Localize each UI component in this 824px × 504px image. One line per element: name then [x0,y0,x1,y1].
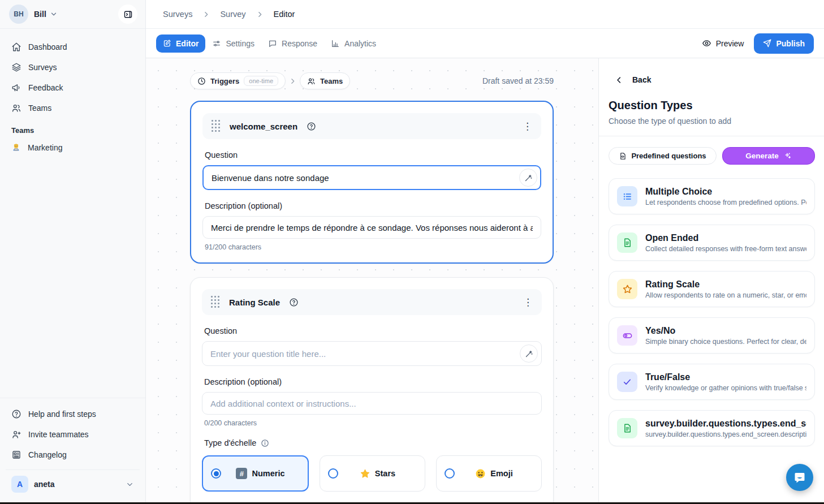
chevron-right-icon [256,11,264,18]
sidebar-item-label: Surveys [28,63,57,72]
chat-bubble-icon [793,471,806,484]
tab-analytics[interactable]: Analytics [324,35,383,53]
chat-launcher-button[interactable] [786,464,813,491]
type-description: Allow respondents to rate on a numeric, … [645,291,806,299]
tab-settings[interactable]: Settings [205,35,261,53]
sidebar-item-invite[interactable]: Invite teammates [6,424,140,445]
sidebar-item-teams[interactable]: Teams [6,98,140,118]
back-button[interactable]: Back [615,75,824,84]
chevron-left-icon [615,76,623,84]
publish-button[interactable]: Publish [754,33,814,54]
tab-label: Analytics [344,39,376,48]
workspace-switcher[interactable]: BH Bill [0,0,145,29]
breadcrumb-surveys[interactable]: Surveys [163,10,192,19]
card-header: Rating Scale ⋮ [202,289,542,315]
panel-collapse-icon[interactable] [118,5,137,24]
type-card-multiple-choice[interactable]: Multiple Choice Let respondents choose f… [609,178,815,214]
tab-editor[interactable]: Editor [156,35,205,53]
question-types-panel: Back Question Types Choose the type of q… [598,58,824,504]
description-input[interactable] [202,392,542,415]
option-label: Numeric [252,469,284,478]
tab-label: Editor [176,39,199,48]
breadcrumb-survey[interactable]: Survey [220,10,245,19]
question-input[interactable] [202,165,541,190]
account-switcher[interactable]: A aneta [6,469,140,498]
tab-response[interactable]: Response [261,35,324,53]
scale-option-numeric[interactable]: # Numeric [202,455,309,492]
file-text-icon [617,418,637,438]
predefined-label: Predefined questions [631,152,706,160]
sidebar-item-feedback[interactable]: Feedback [6,77,140,98]
card-title: welcome_screen [230,122,297,131]
predefined-questions-button[interactable]: Predefined questions [609,147,717,165]
kebab-menu-icon[interactable]: ⋮ [523,298,533,307]
sidebar-item-label: Invite teammates [28,430,89,439]
teams-label: Teams [320,77,343,85]
drag-handle-icon[interactable] [212,120,221,132]
description-input[interactable] [202,216,541,239]
panel-subtitle: Choose the type of question to add [609,117,824,126]
scale-option-emoji[interactable]: Emoji [436,455,542,492]
star-emoji-icon [360,468,370,479]
radio-checked-icon[interactable] [211,468,221,479]
breadcrumb-editor: Editor [274,10,295,19]
home-icon [11,42,21,52]
users-icon [11,103,21,113]
account-avatar: A [11,476,28,493]
sidebar-nav: Dashboard Surveys Feedback Teams [0,29,145,118]
info-icon[interactable] [261,439,269,447]
check-icon [617,372,637,392]
question-card-rating[interactable]: Rating Scale ⋮ Question Description (opt… [190,277,554,504]
sidebar-item-marketing[interactable]: Marketing [0,138,145,157]
sidebar-item-changelog[interactable]: Changelog [6,445,140,465]
tab-label: Settings [226,39,254,48]
magic-wand-icon[interactable] [520,344,538,363]
chevron-right-icon [289,77,296,85]
users-icon [307,77,316,85]
publish-label: Publish [776,39,805,48]
type-card-end-screen[interactable]: survey.builder.questions.types.end_scr..… [609,410,815,446]
generate-button[interactable]: Generate [722,147,815,165]
back-label: Back [632,75,651,84]
file-text-icon [617,232,637,253]
type-card-yes-no[interactable]: Yes/No Simple binary choice questions. P… [609,317,815,354]
teams-button[interactable]: Teams [300,72,350,89]
question-card-welcome[interactable]: welcome_screen ⋮ Question Description (o… [190,101,554,264]
char-count: 0/200 characters [204,419,540,427]
drag-handle-icon[interactable] [211,296,220,308]
sidebar-item-label: Teams [28,104,51,113]
sidebar: BH Bill Dashboard Surveys Feedback [0,0,146,504]
triggers-button[interactable]: Triggers one-time [190,72,286,89]
sidebar-item-help[interactable]: Help and first steps [6,404,140,424]
file-code-icon [619,152,627,160]
radio-icon[interactable] [328,468,338,479]
draft-status: Draft saved at 23:59 [482,76,554,85]
radio-icon[interactable] [445,468,455,479]
sidebar-item-label: Feedback [28,83,63,92]
sidebar-item-dashboard[interactable]: Dashboard [6,37,140,57]
magic-wand-icon[interactable] [519,169,537,187]
technologist-emoji-icon [11,143,21,152]
send-icon [763,39,771,48]
user-plus-icon [11,429,21,440]
type-title: Multiple Choice [645,187,806,197]
type-card-rating-scale[interactable]: Rating Scale Allow respondents to rate o… [609,271,815,307]
editor-toolbar: Editor Settings Response Analytics Previ… [146,29,824,58]
kebab-menu-icon[interactable]: ⋮ [523,122,532,131]
question-type-list: Multiple Choice Let respondents choose f… [609,178,815,446]
type-card-open-ended[interactable]: Open Ended Collect detailed responses wi… [609,225,815,261]
scale-type-options: # Numeric Stars [202,455,542,492]
sidebar-item-surveys[interactable]: Surveys [6,57,140,77]
scale-option-stars[interactable]: Stars [320,455,425,492]
help-circle-icon[interactable] [289,298,299,307]
triggers-label: Triggers [210,77,239,85]
survey-canvas: Triggers one-time Teams Draft saved at 2… [146,58,598,504]
type-description: Simple binary choice questions. Perfect … [645,338,806,346]
preview-button[interactable]: Preview [702,38,744,48]
help-circle-icon[interactable] [307,122,316,131]
question-input[interactable] [202,341,542,366]
question-label: Question [205,150,539,160]
type-card-true-false[interactable]: True/False Verify knowledge or gather op… [609,364,815,400]
type-title: survey.builder.questions.types.end_scr..… [645,419,806,429]
chevron-right-icon [202,11,210,18]
